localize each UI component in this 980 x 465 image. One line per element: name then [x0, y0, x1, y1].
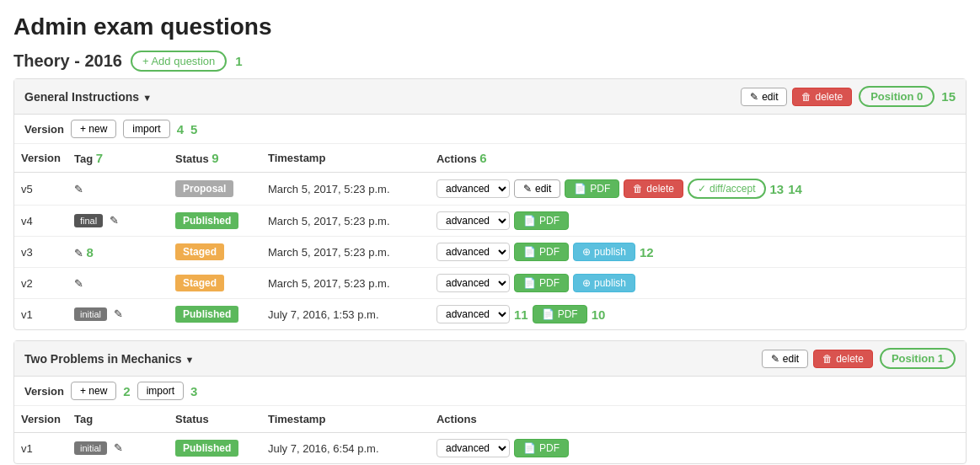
tag-badge-final: final [74, 214, 103, 227]
advanced-select[interactable]: advanced [436, 243, 510, 261]
status-cell: Published [169, 433, 261, 464]
table-row: v1 initial ✎ Published July 7, 2016, 6:5… [14, 433, 966, 464]
row-pdf-button[interactable]: 📄 PDF [514, 243, 569, 261]
section1-table-header: Version Tag 7 Status 9 Timestamp Actions… [14, 144, 966, 173]
section2-delete-button[interactable]: 🗑 delete [813, 350, 873, 368]
section-general-instructions: General Instructions ✎ edit 🗑 delete Pos… [13, 78, 967, 330]
advanced-select[interactable]: advanced [436, 211, 510, 230]
section1-table: Version Tag 7 Status 9 Timestamp Actions… [14, 144, 966, 329]
col-status: Status [169, 406, 261, 433]
tag-pencil-icon[interactable]: ✎ [74, 277, 83, 290]
annotation-12: 12 [640, 245, 654, 259]
annotation-3: 3 [190, 384, 197, 398]
section1-chevron[interactable] [142, 90, 152, 104]
col-status: Status 9 [169, 144, 261, 173]
status-badge: Proposal [175, 180, 233, 197]
publish-icon: ⊕ [582, 277, 591, 289]
row-pdf-button[interactable]: 📄 PDF [514, 274, 569, 292]
status-cell: Staged [169, 268, 261, 299]
tag-pencil-icon[interactable]: ✎ [74, 247, 83, 259]
row-pdf-button[interactable]: 📄 PDF [533, 305, 587, 323]
status-badge: Published [175, 212, 238, 229]
annotation-7: 7 [96, 151, 103, 165]
tag-pencil-icon[interactable]: ✎ [110, 214, 119, 227]
section1-edit-button[interactable]: ✎ edit [741, 88, 787, 106]
status-cell: Staged [169, 237, 261, 268]
status-badge: Published [175, 306, 238, 323]
pencil-icon: ✎ [750, 91, 758, 103]
col-tag: Tag [67, 406, 169, 433]
trash-icon: 🗑 [633, 183, 643, 195]
status-cell: Published [169, 206, 261, 237]
col-actions: Actions 6 [430, 144, 966, 173]
section1-actions: ✎ edit 🗑 delete [741, 88, 852, 106]
version-cell: v1 [14, 299, 67, 330]
section2-chevron[interactable] [185, 352, 194, 366]
pdf-icon: 📄 [523, 442, 536, 454]
row-pdf-button[interactable]: 📄 PDF [514, 439, 569, 457]
advanced-select[interactable]: advanced [436, 179, 510, 198]
row-pdf-button[interactable]: 📄 PDF [565, 179, 619, 198]
publish-icon: ⊕ [582, 246, 591, 258]
section-two-problems: Two Problems in Mechanics ✎ edit 🗑 delet… [13, 340, 967, 464]
section2-actions: ✎ edit 🗑 delete [762, 350, 873, 368]
col-version: Version [14, 144, 67, 173]
table-row: v5 ✎ Proposal March 5, 2017, 5:23 p.m. a… [14, 173, 966, 206]
check-icon: ✓ [698, 183, 706, 195]
table-row: v4 final ✎ Published March 5, 2017, 5:23… [14, 206, 966, 237]
tag-cell: initial ✎ [67, 299, 169, 330]
section1-delete-button[interactable]: 🗑 delete [792, 88, 852, 106]
section1-title: General Instructions [24, 90, 152, 104]
annotation-11: 11 [514, 307, 528, 322]
version-cell: v4 [14, 206, 67, 237]
annotation-8: 8 [87, 245, 94, 259]
section2-new-button[interactable]: + new [71, 382, 116, 400]
pdf-icon: 📄 [523, 277, 536, 289]
status-cell: Published [169, 299, 261, 330]
status-badge: Staged [175, 243, 224, 260]
annotation-14: 14 [788, 182, 802, 196]
add-question-button[interactable]: + Add question [131, 51, 227, 72]
row-publish-button[interactable]: ⊕ publish [573, 274, 635, 292]
tag-badge-initial: initial [74, 307, 107, 321]
timestamp-cell: March 5, 2017, 5:23 p.m. [261, 173, 430, 206]
tag-badge-initial: initial [74, 441, 107, 455]
tag-pencil-icon[interactable]: ✎ [74, 183, 83, 195]
annotation-4: 4 [177, 122, 184, 136]
annotation-9: 9 [212, 151, 218, 165]
tag-cell: ✎ [67, 268, 169, 299]
advanced-select[interactable]: advanced [436, 439, 510, 457]
status-cell: Proposal [169, 173, 261, 206]
pdf-icon: 📄 [542, 308, 554, 320]
annotation-1: 1 [235, 54, 242, 68]
section2-version-label: Version [24, 385, 64, 398]
section2-subheader: Version + new 2 import 3 [14, 377, 966, 406]
row-publish-button[interactable]: ⊕ publish [573, 243, 635, 261]
section1-import-button[interactable]: import [123, 120, 169, 138]
tag-pencil-icon[interactable]: ✎ [114, 307, 123, 320]
pdf-icon: 📄 [574, 183, 586, 195]
timestamp-cell: July 7, 2016, 6:54 p.m. [261, 433, 430, 464]
version-cell: v2 [14, 268, 67, 299]
col-version: Version [14, 406, 67, 433]
col-actions: Actions [430, 406, 966, 433]
row-delete-button[interactable]: 🗑 delete [624, 179, 683, 198]
section2-import-button[interactable]: import [137, 382, 184, 400]
table-row: v1 initial ✎ Published July 7, 2016, 1:5… [14, 299, 966, 330]
tag-pencil-icon[interactable]: ✎ [114, 441, 123, 454]
annotation-6: 6 [479, 151, 486, 165]
section1-version-label: Version [24, 123, 64, 136]
tag-cell: ✎ [67, 173, 169, 206]
section2-edit-button[interactable]: ✎ edit [762, 350, 808, 368]
section1-new-button[interactable]: + new [71, 120, 116, 138]
pdf-icon: 📄 [523, 215, 536, 227]
row-pdf-button[interactable]: 📄 PDF [514, 211, 569, 230]
section1-position: Position 0 [859, 86, 934, 107]
version-cell: v3 [14, 237, 67, 268]
section1-subheader: Version + new import 4 5 [14, 115, 966, 144]
trash-icon: 🗑 [822, 353, 833, 365]
row-diff-button[interactable]: ✓ diff/accept [688, 179, 765, 199]
advanced-select[interactable]: advanced [436, 274, 510, 292]
advanced-select[interactable]: advanced [436, 305, 510, 323]
row-edit-button[interactable]: ✎ edit [514, 179, 560, 198]
